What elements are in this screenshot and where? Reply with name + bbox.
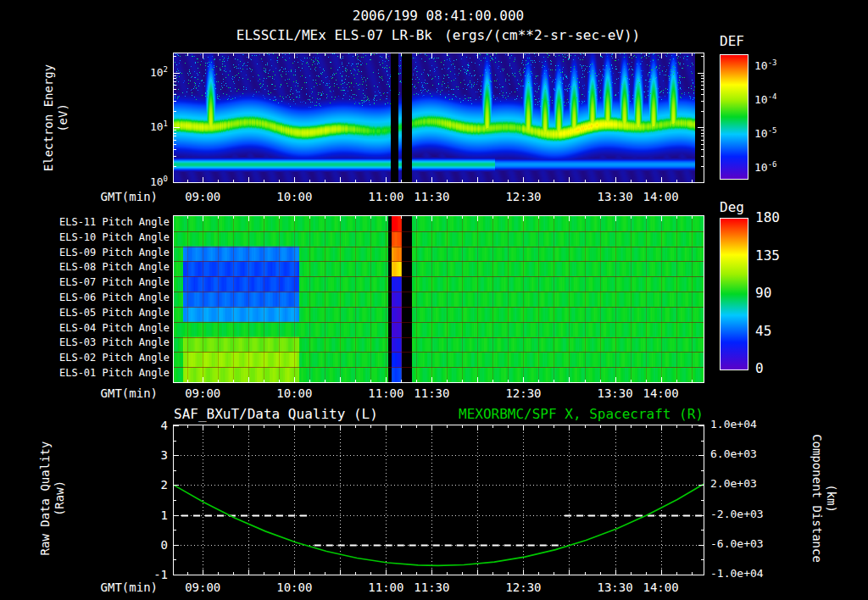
axis-title-line: (eV)	[56, 33, 70, 203]
quality-tick-label: 1	[161, 508, 168, 522]
pitch-row-label: ELS-08 Pitch Angle	[59, 262, 170, 274]
instrument-label: ELSSCIL/MEx ELS-07 LR-Bk	[236, 27, 432, 43]
electron-energy-spectrogram	[173, 53, 704, 183]
def-colorbar-title: DEF	[720, 34, 744, 49]
pitch-row-label: ELS-02 Pitch Angle	[59, 353, 170, 364]
time-tick-label: 09:00	[185, 581, 220, 594]
gmt-label-middle: GMT(min)	[101, 386, 158, 400]
axis-title-line: Electron Energy	[42, 33, 56, 203]
distance-tick-label: 6.0e+03	[710, 448, 757, 461]
pitch-row-label: ELS-10 Pitch Angle	[59, 232, 170, 244]
def-tick-label: 10-4	[754, 92, 777, 107]
axis-title-line: Raw Data Quality	[38, 414, 53, 583]
time-tick-label: 11:00	[368, 581, 403, 594]
time-tick-label: 11:00	[368, 190, 403, 203]
time-tick-label: 11:00	[368, 386, 403, 400]
time-tick-label: 13:30	[597, 581, 632, 594]
time-tick-label: 14:00	[643, 581, 678, 594]
pitch-row-label: ELS-09 Pitch Angle	[59, 247, 170, 259]
pitch-row-label: ELS-04 Pitch Angle	[59, 323, 170, 335]
time-tick-label: 11:30	[414, 581, 449, 594]
pitch-row-label: ELS-05 Pitch Angle	[59, 308, 170, 319]
pitch-angle-panel	[173, 215, 704, 383]
time-tick-label: 14:00	[643, 386, 678, 400]
deg-tick-label: 90	[755, 286, 771, 301]
time-tick-label: 12:30	[505, 386, 541, 400]
units-label: (ergs/(cm**2-sr-sec-eV))	[444, 27, 640, 43]
time-tick-label: 10:00	[276, 190, 312, 203]
distance-tick-label: -6.0e+03	[710, 538, 764, 551]
axis-title-line: (km)	[824, 414, 838, 583]
deg-tick-label: 45	[755, 324, 771, 339]
deg-tick-label: 135	[755, 248, 780, 264]
distance-tick-label: -1.0e+04	[710, 568, 764, 581]
gmt-label-bottom: GMT(min)	[101, 581, 158, 594]
time-tick-label: 13:30	[597, 386, 632, 400]
def-tick-label: 10-6	[754, 160, 777, 175]
quality-y-axis-title: Raw Data Quality (Raw)	[38, 414, 67, 583]
deg-tick-label: 0	[755, 361, 764, 376]
quality-tick-label: 3	[161, 448, 168, 462]
time-tick-label: 12:30	[505, 581, 541, 594]
gmt-label-top: GMT(min)	[101, 190, 158, 203]
quality-tick-label: 0	[161, 538, 168, 552]
pitch-row-label: ELS-07 Pitch Angle	[59, 277, 170, 289]
pitch-row-label: ELS-03 Pitch Angle	[59, 337, 170, 349]
distance-tick-label: 2.0e+03	[710, 478, 757, 491]
def-tick-label: 10-5	[754, 126, 777, 141]
distance-tick-label: -2.0e+03	[710, 508, 764, 521]
energy-tick-label: 100	[150, 175, 168, 189]
quality-tick-label: 2	[161, 478, 168, 492]
axis-title-line: Component Distance	[810, 414, 824, 583]
time-tick-label: 10:00	[276, 581, 312, 594]
page-title: 2006/199 08:41:00.000	[353, 8, 524, 24]
def-tick-label: 10-3	[754, 58, 777, 73]
els-quicklook-display: 2006/199 08:41:00.000 ELSSCIL/MEx ELS-07…	[0, 0, 868, 600]
time-tick-label: 09:00	[185, 190, 220, 203]
axis-title-line: (Raw)	[53, 414, 67, 583]
pitch-row-label: ELS-11 Pitch Angle	[59, 217, 170, 229]
bottom-title-right: MEXORBMC/SPF X, Spacecraft (R)	[459, 406, 704, 422]
energy-tick-label: 102	[150, 65, 168, 80]
quality-tick-label: 4	[161, 419, 168, 432]
bottom-panel-titles: SAF_BXuT/Data Quality (L) MEXORBMC/SPF X…	[174, 406, 704, 422]
time-tick-label: 09:00	[185, 386, 220, 400]
deg-colorbar	[720, 218, 748, 370]
energy-tick-label: 101	[150, 119, 168, 134]
quality-distance-plot	[173, 425, 704, 575]
time-tick-label: 13:30	[597, 190, 632, 203]
time-tick-label: 11:30	[414, 190, 449, 203]
deg-colorbar-title: Deg	[720, 200, 744, 215]
pitch-row-label: ELS-01 Pitch Angle	[59, 368, 170, 380]
bottom-title-left: SAF_BXuT/Data Quality (L)	[174, 406, 378, 422]
time-tick-label: 12:30	[505, 190, 541, 203]
distance-y-axis-title: (km) Component Distance	[810, 414, 838, 583]
deg-tick-label: 180	[755, 210, 780, 225]
plot-subtitle: ELSSCIL/MEx ELS-07 LR-Bk(ergs/(cm**2-sr-…	[236, 28, 640, 43]
time-tick-label: 10:00	[276, 386, 312, 400]
pitch-row-label: ELS-06 Pitch Angle	[59, 292, 170, 304]
spec-y-axis-title: Electron Energy (eV)	[42, 33, 70, 203]
def-colorbar	[720, 54, 748, 180]
time-tick-label: 11:30	[414, 386, 449, 400]
quality-tick-label: -1	[153, 568, 168, 581]
distance-tick-label: 1.0e+04	[710, 419, 757, 431]
time-tick-label: 14:00	[643, 190, 678, 203]
